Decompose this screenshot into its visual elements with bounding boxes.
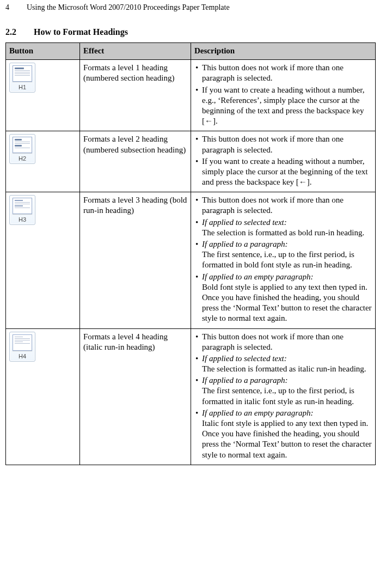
cell-description: This button does not work if more than o… <box>191 60 376 131</box>
table-row: H3Formats a level 3 heading (bold run-in… <box>6 192 376 328</box>
list-item: If you want to create a heading without … <box>202 85 372 127</box>
description-list: This button does not work if more than o… <box>194 134 372 187</box>
list-item: This button does not work if more than o… <box>202 134 372 155</box>
cell-button: H4 <box>6 328 80 465</box>
table-header-row: Button Effect Description <box>6 43 376 60</box>
heading-button-label: H1 <box>12 83 33 91</box>
bullet-lead: If applied to an empty paragraph: <box>202 272 372 282</box>
cell-description: This button does not work if more than o… <box>191 328 376 465</box>
col-effect: Effect <box>80 43 191 60</box>
col-description: Description <box>191 43 376 60</box>
bullet-lead: If applied to a paragraph: <box>202 375 372 386</box>
bullet-text: The first sentence, i.e., up to the firs… <box>202 250 354 269</box>
bullet-text: The first sentence, i.e., up to the firs… <box>202 386 354 405</box>
bullet-text: If you want to create a heading without … <box>202 86 364 126</box>
bullet-text: Bold font style is applied to any text t… <box>202 283 372 323</box>
word-ribbon-button: H2 <box>9 134 35 164</box>
list-item: If applied to a paragraph:The first sent… <box>202 239 372 271</box>
bullet-lead: If applied to selected text: <box>202 353 372 364</box>
section-number: 2.2 <box>5 27 32 37</box>
bullet-text: The selection is formatted as bold run-i… <box>202 228 364 237</box>
list-item: If applied to selected text:The selectio… <box>202 217 372 238</box>
cell-effect: Formats a level 2 heading (numbered subs… <box>80 131 191 192</box>
bullet-lead: If applied to selected text: <box>202 217 372 228</box>
bullet-text: This button does not work if more than o… <box>202 196 344 215</box>
cell-effect: Formats a level 1 heading (numbered sect… <box>80 60 191 131</box>
section-title: 2.2 How to Format Headings <box>5 27 376 37</box>
bullet-text: This button does not work if more than o… <box>202 135 344 154</box>
cell-description: This button does not work if more than o… <box>191 131 376 192</box>
cell-description: This button does not work if more than o… <box>191 192 376 328</box>
list-item: If you want to create a heading without … <box>202 156 372 188</box>
heading-button-label: H4 <box>12 352 33 360</box>
col-button: Button <box>6 43 80 60</box>
table-row: H2Formats a level 2 heading (numbered su… <box>6 131 376 192</box>
heading-button-label: H3 <box>12 216 33 223</box>
bullet-text: Italic font style is applied to any text… <box>202 419 372 459</box>
list-item: This button does not work if more than o… <box>202 195 372 216</box>
page-number: 4 <box>5 3 9 12</box>
bullet-text: If you want to create a heading without … <box>202 157 368 186</box>
cell-button: H1 <box>6 60 80 131</box>
list-item: If applied to selected text:The selectio… <box>202 353 372 374</box>
bullet-lead: If applied to an empty paragraph: <box>202 408 372 418</box>
list-item: This button does not work if more than o… <box>202 63 372 83</box>
headings-table: Button Effect Description H1Formats a le… <box>5 42 376 465</box>
description-list: This button does not work if more than o… <box>194 63 372 126</box>
running-title: Using the Microsoft Word 2007/2010 Proce… <box>27 3 230 12</box>
heading-icon <box>13 65 32 82</box>
cell-effect: Formats a level 3 heading (bold run-in h… <box>80 192 191 328</box>
bullet-text: This button does not work if more than o… <box>202 332 344 351</box>
bullet-lead: If applied to a paragraph: <box>202 239 372 249</box>
list-item: If applied to a paragraph:The first sent… <box>202 375 372 407</box>
heading-icon <box>13 198 32 214</box>
bullet-text: This button does not work if more than o… <box>202 63 344 82</box>
cell-button: H3 <box>6 192 80 328</box>
heading-button-label: H2 <box>12 155 33 162</box>
word-ribbon-button: H4 <box>9 332 35 362</box>
heading-icon <box>13 334 32 351</box>
cell-button: H2 <box>6 131 80 192</box>
list-item: If applied to an empty paragraph:Italic … <box>202 408 372 460</box>
description-list: This button does not work if more than o… <box>194 195 372 324</box>
section-heading: How to Format Headings <box>34 27 128 36</box>
description-list: This button does not work if more than o… <box>194 332 372 460</box>
list-item: If applied to an empty paragraph:Bold fo… <box>202 272 372 324</box>
word-ribbon-button: H3 <box>9 195 35 225</box>
bullet-text: The selection is formatted as italic run… <box>202 364 366 373</box>
table-row: H1Formats a level 1 heading (numbered se… <box>6 60 376 131</box>
heading-icon <box>13 137 32 153</box>
table-row: H4Formats a level 4 heading (italic run-… <box>6 328 376 465</box>
word-ribbon-button: H1 <box>9 63 35 93</box>
cell-effect: Formats a level 4 heading (italic run-in… <box>80 328 191 465</box>
list-item: This button does not work if more than o… <box>202 332 372 352</box>
running-header: 4 Using the Microsoft Word 2007/2010 Pro… <box>5 3 376 12</box>
